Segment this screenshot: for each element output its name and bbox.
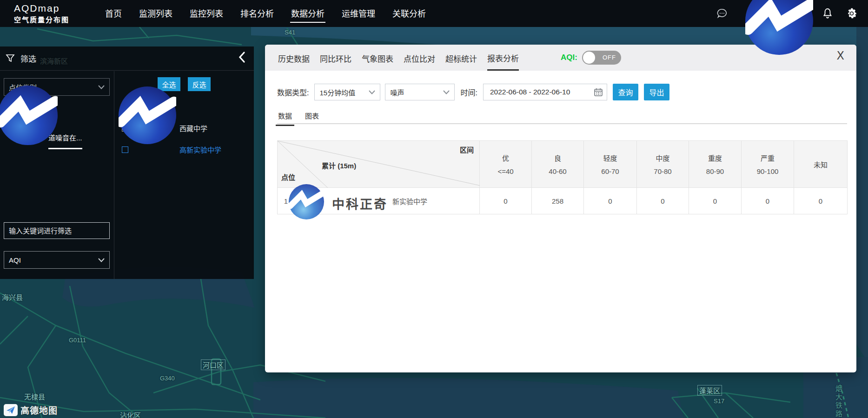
corner-label-cumulative: 累计 (15m): [322, 160, 356, 170]
invert-selection-button[interactable]: 反选: [188, 77, 211, 91]
table-row: 1 新实验中学 0 258 0 0 0 0 0: [278, 188, 848, 214]
map-label-g340: G340: [160, 375, 175, 382]
site-checkbox-item[interactable]: 西藏中学: [122, 123, 207, 133]
close-panel-button[interactable]: X: [837, 49, 844, 62]
row-value-excellent: 0: [480, 188, 532, 214]
nav-item-data-analysis[interactable]: 数据分析: [290, 4, 325, 23]
tab-report-analysis[interactable]: 报表分析: [487, 45, 519, 71]
row-value-unknown: 0: [794, 188, 848, 214]
chevron-down-icon: [443, 90, 450, 94]
date-range-input[interactable]: 2022-06-08 - 2022-06-10: [483, 84, 607, 100]
nav-item-ranking-analysis[interactable]: 排名分析: [239, 4, 275, 23]
tab-yoy-mom[interactable]: 同比环比: [320, 46, 351, 70]
nav-right-area: 您好!: [716, 7, 858, 20]
chevron-down-icon: [369, 90, 375, 94]
table-corner-cell: 区间 累计 (15m) 点位: [278, 141, 480, 188]
select-all-button[interactable]: 全选: [158, 77, 180, 91]
funnel-icon: [6, 54, 15, 63]
main-menu: 首页 监测列表 监控列表 排名分析 数据分析 运维管理 关联分析: [104, 4, 427, 23]
aqi-toggle-label: AQI:: [561, 53, 577, 62]
export-button[interactable]: 导出: [644, 84, 669, 100]
map-label-penglaiqu: 蓬莱区: [697, 385, 722, 396]
tab-exceedance-stats[interactable]: 超标统计: [445, 46, 477, 70]
toggle-knob: [583, 52, 595, 64]
report-table: 区间 累计 (15m) 点位 优<=40 良40-60 轻度60-70 中度70…: [277, 140, 848, 214]
row-value-moderate: 0: [637, 188, 689, 214]
site-checkbox-item[interactable]: 高新实验中学: [122, 145, 221, 154]
chevron-down-icon: [98, 258, 105, 262]
map-label-yandatielu: 烟大铁路: [834, 385, 843, 418]
map-attribution: 高德地图: [4, 404, 58, 416]
data-type-label: 数据类型:: [277, 86, 309, 98]
column-header-heavy: 重度80-90: [689, 141, 742, 188]
user-greeting: 您好!: [791, 8, 809, 20]
filter-sidebar: 筛选 点位类别 道噪音在... AQI 全选 反选 西藏中学: [0, 46, 254, 279]
checkbox-unchecked-icon[interactable]: [122, 125, 128, 132]
nav-item-correlation-analysis[interactable]: 关联分析: [391, 4, 427, 23]
corner-label-range: 区间: [460, 145, 474, 154]
date-range-value: 2022-06-08 - 2022-06-10: [490, 88, 570, 96]
amap-logo-icon: [4, 404, 18, 416]
calendar-icon[interactable]: [594, 87, 603, 97]
column-header-excellent: 优<=40: [480, 141, 532, 188]
nav-item-ops-management[interactable]: 运维管理: [341, 4, 376, 23]
noise-type-tab[interactable]: 道噪音在...: [48, 133, 82, 149]
column-header-light: 轻度60-70: [584, 141, 637, 188]
map-label-haixingxian: 海兴县: [2, 292, 23, 302]
query-button[interactable]: 查询: [613, 84, 638, 100]
chevron-down-icon: [98, 85, 105, 89]
column-header-moderate: 中度70-80: [637, 141, 689, 188]
nav-item-home[interactable]: 首页: [104, 4, 123, 23]
map-label-hekouqu: 河口区: [201, 359, 225, 370]
corner-label-site: 点位: [281, 172, 295, 182]
aqi-metric-dropdown[interactable]: AQI: [4, 251, 110, 269]
site-item-label: 高新实验中学: [179, 145, 221, 154]
chat-icon[interactable]: [716, 7, 728, 20]
row-value-heavy: 0: [689, 188, 742, 214]
checkbox-checked-icon[interactable]: [122, 146, 128, 153]
aqi-metric-value: AQI: [9, 256, 21, 264]
tab-history-data[interactable]: 历史数据: [278, 46, 310, 70]
sidebar-title: 筛选: [20, 53, 36, 64]
row-index: 1: [278, 188, 295, 214]
aqi-toggle-switch[interactable]: OFF: [582, 51, 621, 65]
map-label-s41: S41: [285, 29, 295, 36]
map-label-zhanhuaqu: 沾化区: [120, 410, 141, 418]
data-analysis-panel: 历史数据 同比环比 气象图表 点位比对 超标统计 报表分析 AQI: OFF X…: [265, 45, 856, 372]
subtab-divider: [277, 123, 847, 124]
top-navbar: AQDmap 空气质量分布图 首页 监测列表 监控列表 排名分析 数据分析 运维…: [0, 0, 868, 27]
row-value-light: 0: [584, 188, 637, 214]
column-header-good: 良40-60: [532, 141, 584, 188]
map-label-wudixian: 无棣县: [24, 391, 45, 401]
row-site-name: 新实验中学: [295, 188, 480, 214]
row-value-severe: 0: [742, 188, 794, 214]
nav-item-surveillance-list[interactable]: 监控列表: [189, 4, 224, 23]
app-title: AQDmap: [14, 3, 93, 14]
interval-value: 15分钟均值: [319, 87, 355, 97]
keyword-filter-input[interactable]: [4, 222, 110, 239]
bell-icon[interactable]: [822, 7, 834, 20]
interval-dropdown[interactable]: 15分钟均值: [314, 84, 380, 100]
map-label-s17: S17: [714, 398, 724, 405]
report-filter-row: 数据类型: 15分钟均值 噪声 时间: 2022-06-08 - 2022-06…: [265, 84, 856, 100]
metric-dropdown[interactable]: 噪声: [385, 84, 455, 100]
row-value-good: 258: [532, 188, 584, 214]
collapse-sidebar-icon[interactable]: [238, 51, 245, 65]
sidebar-left-column: 点位类别 道噪音在... AQI: [0, 71, 114, 279]
time-range-label: 时间:: [460, 86, 477, 98]
column-header-unknown: 未知: [794, 141, 848, 188]
column-header-severe: 严重90-100: [742, 141, 794, 188]
app-logo[interactable]: AQDmap 空气质量分布图: [14, 3, 93, 24]
map-attribution-text: 高德地图: [20, 404, 58, 416]
sidebar-right-column: 全选 反选 西藏中学 高新实验中学: [115, 71, 254, 279]
app-subtitle: 空气质量分布图: [14, 14, 93, 24]
tab-weather-charts[interactable]: 气象图表: [362, 46, 393, 70]
nav-item-monitor-list[interactable]: 监测列表: [138, 4, 173, 23]
site-item-label: 西藏中学: [179, 123, 207, 133]
tab-site-comparison[interactable]: 点位比对: [404, 46, 435, 70]
panel-tab-bar: 历史数据 同比环比 气象图表 点位比对 超标统计 报表分析 AQI: OFF: [265, 45, 856, 71]
gear-icon[interactable]: [846, 7, 858, 20]
aqi-toggle-group: AQI: OFF: [561, 51, 621, 65]
map-label-g0111: G0111: [69, 337, 86, 344]
point-category-dropdown[interactable]: 点位类别: [4, 78, 110, 96]
